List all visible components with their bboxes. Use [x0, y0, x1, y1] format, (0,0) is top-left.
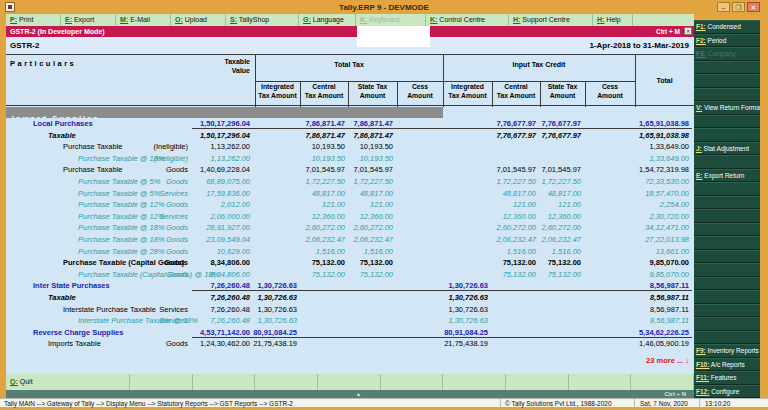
table-row[interactable]: Interstate Purchase Taxable @ 18%Service…: [6, 315, 694, 327]
table-row[interactable]: Purchase Taxable @ 18%Goods28,91,927.002…: [6, 222, 694, 234]
row-cell-total: 9,85,070.00: [649, 257, 689, 268]
row-cell-itc_s: 7,76,677.97: [541, 130, 581, 141]
table-row[interactable]: Reverse Charge Supplies4,53,71,142.0080,…: [6, 327, 694, 339]
menu-item-export[interactable]: E: Export: [61, 14, 116, 26]
table-row[interactable]: Interstate Purchase TaxableServices7,26,…: [6, 304, 694, 316]
menu-item-print[interactable]: P: Print: [6, 14, 61, 26]
sidebar-button-view-return-format[interactable]: V: View Return Format: [694, 101, 760, 115]
row-cell-itc_c: 75,132.00: [503, 257, 536, 268]
row-cell-tt_c: 2,06,232.47: [305, 234, 345, 245]
menu-item-e-mail[interactable]: M: E-Mail: [116, 14, 171, 26]
sidebar-button-empty: [694, 317, 760, 331]
row-cell-itc_s: 2,06,232.47: [541, 234, 581, 245]
table-row[interactable]: Purchase Taxable(Ineligible)1,13,262.001…: [6, 141, 694, 153]
row-cell-itc_c: 75,132.00: [503, 269, 536, 280]
table-row[interactable]: Taxable1,50,17,296.047,86,871.477,86,871…: [6, 130, 694, 142]
sidebar-button-empty: [694, 223, 760, 237]
row-label: Purchase Taxable @ 18%: [78, 222, 165, 233]
minimize-button[interactable]: –: [717, 2, 730, 12]
row-cell-qualifier: Services: [159, 211, 188, 222]
table-row[interactable]: Taxable7,26,260.481,30,726.631,30,726.63…: [6, 292, 694, 304]
row-cell-tt_s: 48,817.00: [360, 188, 393, 199]
menu-item-key: M:: [120, 16, 128, 23]
maximize-button[interactable]: ❐: [732, 2, 745, 12]
table-row[interactable]: Purchase Taxable @ 12%Services2,06,000.0…: [6, 211, 694, 223]
close-button[interactable]: ✕: [747, 2, 760, 12]
menu-item-language[interactable]: G: Language: [299, 14, 356, 26]
sidebar-button-export-return[interactable]: E: Export Return: [694, 169, 760, 183]
menu-item-key: H:: [597, 16, 604, 23]
row-cell-itc_i: 1,30,726.63: [448, 315, 488, 326]
table-row[interactable]: Inter State Purchases7,26,260.481,30,726…: [6, 280, 694, 292]
row-cell-itc_s: 2,60,272.00: [541, 222, 581, 233]
row-cell-tv: 28,91,927.00: [206, 222, 250, 233]
header-divider: [397, 81, 398, 107]
quit-bar-empty-cell: [255, 374, 318, 390]
table-row[interactable]: Purchase Taxable @ 12%Goods2,012.00121.0…: [6, 199, 694, 211]
menu-item-help[interactable]: H: Help: [593, 14, 633, 26]
app-icon: [5, 2, 15, 12]
quit-bar-empty-cell: [318, 374, 381, 390]
column-itc-central: Central Tax Amount: [492, 83, 540, 101]
more-rows-indicator[interactable]: 23 more ... ↓: [646, 356, 689, 365]
menu-bar: P: PrintE: ExportM: E-MailO: UploadS: Ta…: [6, 14, 694, 26]
row-cell-qualifier: Goods: [166, 338, 188, 349]
report-period: 1-Apr-2018 to 31-Mar-2019: [589, 41, 689, 50]
row-cell-tt_c: 75,132.00: [312, 257, 345, 268]
table-row[interactable]: Purchase Taxable @ 5%Goods68,89,075.001,…: [6, 176, 694, 188]
sidebar-button-stat-adjustment[interactable]: J: Stat Adjustment: [694, 142, 760, 156]
sidebar-button-configure[interactable]: F12: Configure: [694, 385, 760, 399]
sidebar-button-label: View Return Format: [704, 104, 760, 111]
sidebar-button-empty: [694, 88, 760, 102]
sidebar-button-empty: [694, 290, 760, 304]
column-itc-integrated: Integrated Tax Amount: [443, 83, 492, 101]
row-cell-tv: 1,13,262.00: [210, 141, 250, 152]
row-label: Purchase Taxable @ 5%: [78, 176, 160, 187]
sidebar-button-condensed[interactable]: F1: Condensed: [694, 20, 760, 34]
status-bar: Tally MAIN --> Gateway of Tally --> Disp…: [0, 398, 768, 407]
menu-item-tallyshop[interactable]: S: TallyShop: [226, 14, 299, 26]
sidebar-button-period[interactable]: F2: Period: [694, 34, 760, 48]
quit-button-key: Q:: [10, 378, 18, 385]
bottom-scroll-bar[interactable]: ▲ Ctrl + N: [6, 390, 694, 398]
row-cell-total: 13,661.00: [656, 246, 689, 257]
quit-bar-empty-cell: [443, 374, 506, 390]
header-divider: [585, 81, 586, 107]
sidebar-button-key: F10:: [696, 361, 709, 368]
row-cell-qualifier: Goods: [166, 164, 188, 175]
row-cell-tv: 7,26,260.48: [210, 315, 250, 326]
quit-bar-empty-cell: [130, 374, 193, 390]
table-row[interactable]: Purchase Taxable @ 18%(Ineligible)1,13,2…: [6, 153, 694, 165]
quit-button[interactable]: Q: Quit: [6, 374, 130, 390]
banner-shortcut: Ctrl + M: [656, 26, 680, 37]
table-row[interactable]: Purchase Taxable @ 28%Goods10,629.001,51…: [6, 246, 694, 258]
menu-item-key: S:: [230, 16, 237, 23]
table-row[interactable]: Imports TaxableGoods1,24,30,462.0021,75,…: [6, 338, 694, 350]
sidebar-button-inventory-reports[interactable]: F9: Inventory Reports: [694, 344, 760, 358]
row-cell-total: 8,56,987.11: [650, 304, 689, 315]
row-cell-itc_s: 1,72,227.50: [541, 176, 581, 187]
column-tt-cess: Cess Amount: [397, 83, 443, 101]
row-cell-tt_c: 2,60,272.00: [305, 222, 345, 233]
scroll-up-icon[interactable]: ▲: [356, 390, 361, 398]
table-row[interactable]: Purchase TaxableGoods1,40,69,228.047,01,…: [6, 164, 694, 176]
banner-close-icon[interactable]: ✕: [684, 27, 692, 35]
sidebar-button-empty: [694, 263, 760, 277]
row-label: Taxable: [48, 292, 76, 303]
tally-window: Tally.ERP 9 - DEVMODE – ❐ ✕ P: PrintE: E…: [0, 0, 768, 410]
sidebar-button-empty: [694, 182, 760, 196]
table-row[interactable]: Purchase Taxable @ 5%Services17,59,836.0…: [6, 188, 694, 200]
table-row[interactable]: Purchase Taxable (Capital Goods) @ 18%Go…: [6, 269, 694, 281]
table-row[interactable]: Purchase Taxable (Capital Goods)Goods8,3…: [6, 257, 694, 269]
menu-item-control-centre[interactable]: K: Control Centre: [426, 14, 509, 26]
menu-item-upload[interactable]: O: Upload: [171, 14, 226, 26]
sidebar-button-features[interactable]: F11: Features: [694, 371, 760, 385]
row-cell-tt_c: 7,86,871.47: [305, 130, 345, 141]
row-cell-qualifier: Goods: [166, 269, 188, 280]
menu-item-label: Export: [74, 16, 94, 23]
table-row[interactable]: Local Purchases1,50,17,296.047,86,871.47…: [6, 118, 694, 130]
row-cell-tv: 17,59,836.00: [206, 188, 250, 199]
table-row[interactable]: Purchase Taxable @ 18%Goods23,09,549.042…: [6, 234, 694, 246]
sidebar-button-a-c-reports[interactable]: F10: A/c Reports: [694, 358, 760, 372]
menu-item-support-centre[interactable]: H: Support Centre: [509, 14, 593, 26]
